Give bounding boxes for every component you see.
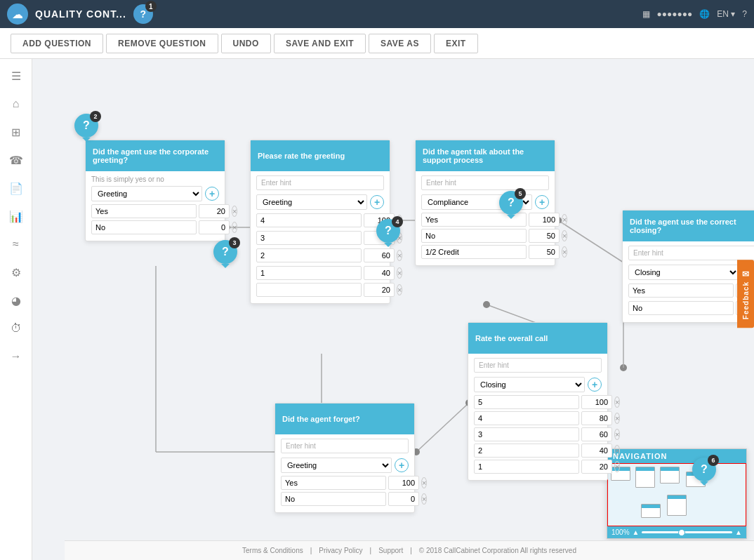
card-6-opt-1-label[interactable] bbox=[281, 492, 386, 506]
card-3-opt-0-score[interactable] bbox=[529, 213, 560, 227]
card-3-opt-1-label[interactable] bbox=[421, 229, 527, 243]
card-2-opt-4-del[interactable]: × bbox=[397, 284, 402, 295]
card-3-opt-2-label[interactable] bbox=[421, 245, 527, 259]
card-2-opt-0-label[interactable] bbox=[256, 213, 362, 227]
card-3-opt-1-del[interactable]: × bbox=[562, 230, 567, 241]
card-3-opt-1-score[interactable] bbox=[529, 229, 560, 243]
card-1-opt-0-score[interactable] bbox=[199, 204, 230, 218]
card-1-opt-0-label[interactable] bbox=[91, 204, 197, 218]
card-1-opt-1-score[interactable] bbox=[199, 220, 230, 234]
card-4-opt-1-label[interactable] bbox=[628, 301, 734, 315]
card-6-header: Did the agent forget? bbox=[275, 404, 414, 434]
card-5-opt-0-del[interactable]: × bbox=[614, 396, 620, 408]
card-2-opt-1-label[interactable] bbox=[256, 231, 362, 245]
card-5-opt-1-label[interactable] bbox=[474, 411, 579, 425]
card-2-opt-2-del[interactable]: × bbox=[397, 250, 402, 261]
card-6-opt-0-label[interactable] bbox=[281, 476, 386, 490]
help-bubble-3[interactable]: ? 3 bbox=[213, 240, 237, 264]
top-help[interactable]: ? bbox=[742, 9, 747, 19]
footer: Terms & Conditions | Privacy Policy | Su… bbox=[65, 540, 754, 560]
card-5-opt-3-del[interactable]: × bbox=[614, 445, 620, 456]
card-5-opt-2-del[interactable]: × bbox=[614, 429, 620, 440]
card-2-category-select[interactable]: Greeting bbox=[256, 194, 367, 210]
card-1-static: This is simply yes or no bbox=[91, 175, 219, 183]
add-question-button[interactable]: ADD QUESTION bbox=[11, 34, 103, 53]
card-4-category-select[interactable]: Closing bbox=[628, 265, 739, 280]
card-4-opt-0-label[interactable] bbox=[628, 284, 734, 298]
card-5-opt-0-score[interactable] bbox=[581, 395, 612, 409]
minimap-header: NAVIGATION bbox=[607, 449, 746, 463]
minimap-footer: 100% ▲ ▲ bbox=[607, 526, 746, 538]
sidebar-item-pie[interactable]: ◕ bbox=[5, 289, 27, 312]
sidebar-item-chart[interactable]: 📊 bbox=[5, 205, 27, 227]
card-2-opt-3-label[interactable] bbox=[256, 266, 362, 280]
footer-terms[interactable]: Terms & Conditions bbox=[242, 547, 303, 554]
card-3-opt-2-del[interactable]: × bbox=[562, 246, 567, 258]
card-2-body: Enter hint Greeting + × × bbox=[251, 171, 390, 303]
card-1-category-select[interactable]: Greeting bbox=[91, 186, 202, 201]
undo-button[interactable]: UNDO bbox=[221, 34, 271, 53]
card-5-opt-2-label[interactable] bbox=[474, 427, 579, 441]
sidebar-item-doc[interactable]: 📄 bbox=[5, 177, 27, 199]
card-6-opt-0-del[interactable]: × bbox=[421, 477, 427, 488]
sidebar-item-grid[interactable]: ⊞ bbox=[5, 121, 27, 143]
card-5-opt-4-score[interactable] bbox=[581, 460, 612, 474]
help-bubble-4[interactable]: ? 4 bbox=[376, 219, 400, 243]
card-1-opt-0-del[interactable]: × bbox=[232, 206, 237, 217]
card-2-opt-3-score[interactable] bbox=[364, 266, 395, 280]
card-5-category-select[interactable]: Closing bbox=[474, 377, 585, 392]
help-bubble-2[interactable]: ? 2 bbox=[74, 114, 98, 138]
card-2-hint[interactable]: Enter hint bbox=[256, 175, 384, 190]
footer-support[interactable]: Support bbox=[378, 547, 403, 554]
card-1-opt-1-del[interactable]: × bbox=[232, 222, 237, 233]
card-2-opt-3-del[interactable]: × bbox=[397, 267, 402, 279]
card-1-opt-1-label[interactable] bbox=[91, 220, 197, 234]
card-2-opt-2-score[interactable] bbox=[364, 248, 395, 262]
sidebar-item-logout[interactable]: → bbox=[5, 345, 27, 368]
card-3-opt-2-score[interactable] bbox=[529, 245, 560, 259]
card-6-opt-1-score[interactable] bbox=[388, 492, 419, 506]
card-5-opt-3-label[interactable] bbox=[474, 444, 579, 458]
minimap-zoom-slider[interactable] bbox=[642, 531, 732, 533]
card-2-opt-4-label[interactable] bbox=[256, 283, 362, 297]
card-2-add-btn[interactable]: + bbox=[370, 195, 384, 209]
sidebar-item-wave[interactable]: ≈ bbox=[5, 233, 27, 255]
sidebar-item-settings[interactable]: ⚙ bbox=[5, 261, 27, 284]
card-6-body: Enter hint Greeting + × × bbox=[275, 434, 414, 512]
feedback-tab[interactable]: Feedback ✉ bbox=[737, 260, 754, 328]
card-2-opt-2-label[interactable] bbox=[256, 248, 362, 262]
card-5-opt-4-label[interactable] bbox=[474, 460, 579, 474]
card-6-add-btn[interactable]: + bbox=[395, 458, 409, 472]
card-5-opt-1-del[interactable]: × bbox=[614, 413, 620, 424]
card-4-opt-1: × bbox=[628, 300, 754, 316]
sidebar-item-menu[interactable]: ☰ bbox=[5, 65, 27, 87]
sidebar-item-home[interactable]: ⌂ bbox=[5, 93, 27, 115]
card-5-opt-3-score[interactable] bbox=[581, 444, 612, 458]
sidebar-item-clock[interactable]: ⏱ bbox=[5, 317, 27, 340]
card-5-opt-1-score[interactable] bbox=[581, 411, 612, 425]
card-5-opt-4-del[interactable]: × bbox=[614, 461, 620, 472]
footer-privacy[interactable]: Privacy Policy bbox=[319, 547, 362, 554]
save-as-button[interactable]: SAVE AS bbox=[369, 34, 431, 53]
card-5-opt-2-score[interactable] bbox=[581, 427, 612, 441]
help-badge-1[interactable]: ? 1 bbox=[133, 4, 153, 24]
card-6-opt-1-del[interactable]: × bbox=[421, 493, 427, 505]
card-4-hint[interactable]: Enter hint bbox=[628, 246, 754, 260]
sidebar-item-phone[interactable]: ☎ bbox=[5, 149, 27, 171]
card-3-hint[interactable]: Enter hint bbox=[421, 175, 549, 190]
exit-button[interactable]: EXIT bbox=[434, 34, 478, 53]
help-bubble-6[interactable]: ? 6 bbox=[692, 458, 716, 481]
card-2-opt-4-score[interactable] bbox=[364, 283, 395, 297]
card-6-opt-0-score[interactable] bbox=[388, 476, 419, 490]
save-and-exit-button[interactable]: SAVE AND EXIT bbox=[274, 34, 366, 53]
card-5-opt-0-label[interactable] bbox=[474, 395, 579, 409]
card-1-add-btn[interactable]: + bbox=[205, 187, 219, 201]
card-3-opt-0-del[interactable]: × bbox=[562, 214, 567, 225]
remove-question-button[interactable]: REMOVE QUESTION bbox=[106, 34, 218, 53]
help-bubble-5[interactable]: ? 5 bbox=[499, 191, 523, 215]
card-6-category-select[interactable]: Greeting bbox=[281, 458, 392, 473]
card-3-add-btn[interactable]: + bbox=[535, 195, 549, 209]
card-6-hint[interactable]: Enter hint bbox=[281, 439, 409, 453]
card-5-add-btn[interactable]: + bbox=[588, 378, 602, 392]
card-5-hint[interactable]: Enter hint bbox=[474, 358, 602, 373]
